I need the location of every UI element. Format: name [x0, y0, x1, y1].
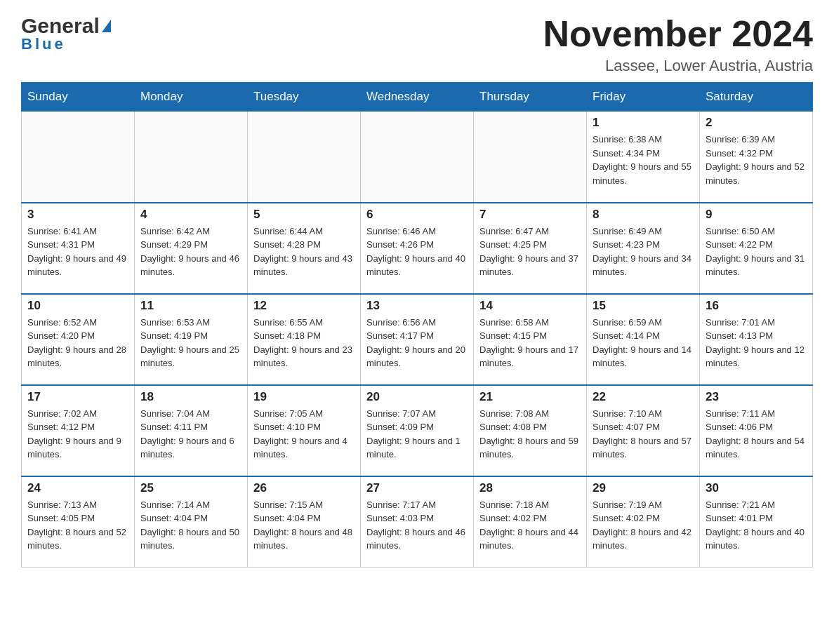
day-info: Sunrise: 6:59 AMSunset: 4:14 PMDaylight:…: [593, 316, 694, 370]
day-info: Sunrise: 6:56 AMSunset: 4:17 PMDaylight:…: [366, 316, 468, 370]
calendar-day-cell: 1Sunrise: 6:38 AMSunset: 4:34 PMDaylight…: [587, 112, 700, 203]
calendar-day-cell: 14Sunrise: 6:58 AMSunset: 4:15 PMDayligh…: [474, 294, 587, 385]
day-number: 7: [479, 208, 581, 222]
logo-blue-text: Blue: [21, 35, 66, 53]
day-number: 2: [706, 116, 807, 130]
day-info: Sunrise: 6:55 AMSunset: 4:18 PMDaylight:…: [253, 316, 355, 370]
day-number: 28: [479, 481, 581, 495]
weekday-header: Wednesday: [361, 83, 474, 112]
day-number: 20: [366, 390, 468, 404]
calendar-day-cell: 22Sunrise: 7:10 AMSunset: 4:07 PMDayligh…: [587, 385, 700, 476]
calendar-day-cell: 6Sunrise: 6:46 AMSunset: 4:26 PMDaylight…: [361, 203, 474, 294]
calendar-day-cell: 17Sunrise: 7:02 AMSunset: 4:12 PMDayligh…: [22, 385, 135, 476]
day-info: Sunrise: 7:02 AMSunset: 4:12 PMDaylight:…: [27, 407, 128, 462]
calendar-day-cell: [474, 112, 587, 203]
calendar-day-cell: 4Sunrise: 6:42 AMSunset: 4:29 PMDaylight…: [135, 203, 248, 294]
day-info: Sunrise: 7:13 AMSunset: 4:05 PMDaylight:…: [27, 498, 128, 553]
calendar-table: SundayMondayTuesdayWednesdayThursdayFrid…: [21, 82, 813, 568]
calendar-day-cell: 21Sunrise: 7:08 AMSunset: 4:08 PMDayligh…: [474, 385, 587, 476]
weekday-header: Saturday: [700, 83, 813, 112]
day-number: 24: [27, 481, 128, 495]
logo-general-text: General: [21, 14, 100, 38]
day-number: 23: [706, 390, 807, 404]
location-text: Lassee, Lower Austria, Austria: [543, 57, 813, 75]
calendar-week-row: 24Sunrise: 7:13 AMSunset: 4:05 PMDayligh…: [22, 476, 813, 568]
day-number: 25: [140, 481, 241, 495]
day-number: 1: [593, 116, 694, 130]
calendar-day-cell: [22, 112, 135, 203]
calendar-day-cell: 30Sunrise: 7:21 AMSunset: 4:01 PMDayligh…: [700, 476, 813, 568]
day-number: 16: [706, 299, 807, 313]
calendar-day-cell: 28Sunrise: 7:18 AMSunset: 4:02 PMDayligh…: [474, 476, 587, 568]
calendar-day-cell: 11Sunrise: 6:53 AMSunset: 4:19 PMDayligh…: [135, 294, 248, 385]
calendar-day-cell: 20Sunrise: 7:07 AMSunset: 4:09 PMDayligh…: [361, 385, 474, 476]
day-info: Sunrise: 7:01 AMSunset: 4:13 PMDaylight:…: [706, 316, 807, 370]
calendar-day-cell: 18Sunrise: 7:04 AMSunset: 4:11 PMDayligh…: [135, 385, 248, 476]
calendar-day-cell: 3Sunrise: 6:41 AMSunset: 4:31 PMDaylight…: [22, 203, 135, 294]
weekday-header: Monday: [135, 83, 248, 112]
logo-arrow-icon: [102, 20, 111, 32]
day-info: Sunrise: 7:10 AMSunset: 4:07 PMDaylight:…: [593, 407, 694, 462]
day-number: 9: [706, 208, 807, 222]
day-info: Sunrise: 7:07 AMSunset: 4:09 PMDaylight:…: [366, 407, 468, 462]
day-number: 19: [253, 390, 355, 404]
calendar-day-cell: 5Sunrise: 6:44 AMSunset: 4:28 PMDaylight…: [248, 203, 361, 294]
calendar-day-cell: 10Sunrise: 6:52 AMSunset: 4:20 PMDayligh…: [22, 294, 135, 385]
day-info: Sunrise: 7:19 AMSunset: 4:02 PMDaylight:…: [593, 498, 694, 553]
day-info: Sunrise: 7:11 AMSunset: 4:06 PMDaylight:…: [706, 407, 807, 462]
day-info: Sunrise: 6:58 AMSunset: 4:15 PMDaylight:…: [479, 316, 581, 370]
calendar-day-cell: 26Sunrise: 7:15 AMSunset: 4:04 PMDayligh…: [248, 476, 361, 568]
day-number: 26: [253, 481, 355, 495]
day-info: Sunrise: 7:18 AMSunset: 4:02 PMDaylight:…: [479, 498, 581, 553]
day-info: Sunrise: 6:38 AMSunset: 4:34 PMDaylight:…: [593, 133, 694, 187]
calendar-day-cell: 19Sunrise: 7:05 AMSunset: 4:10 PMDayligh…: [248, 385, 361, 476]
day-number: 5: [253, 208, 355, 222]
calendar-day-cell: 25Sunrise: 7:14 AMSunset: 4:04 PMDayligh…: [135, 476, 248, 568]
title-section: November 2024 Lassee, Lower Austria, Aus…: [543, 14, 813, 75]
calendar-day-cell: 23Sunrise: 7:11 AMSunset: 4:06 PMDayligh…: [700, 385, 813, 476]
day-info: Sunrise: 7:14 AMSunset: 4:04 PMDaylight:…: [140, 498, 241, 553]
day-info: Sunrise: 6:49 AMSunset: 4:23 PMDaylight:…: [593, 224, 694, 279]
day-info: Sunrise: 7:08 AMSunset: 4:08 PMDaylight:…: [479, 407, 581, 462]
weekday-header: Tuesday: [248, 83, 361, 112]
day-info: Sunrise: 7:15 AMSunset: 4:04 PMDaylight:…: [253, 498, 355, 553]
day-number: 30: [706, 481, 807, 495]
calendar-day-cell: 15Sunrise: 6:59 AMSunset: 4:14 PMDayligh…: [587, 294, 700, 385]
day-number: 13: [366, 299, 468, 313]
calendar-day-cell: 8Sunrise: 6:49 AMSunset: 4:23 PMDaylight…: [587, 203, 700, 294]
day-info: Sunrise: 6:50 AMSunset: 4:22 PMDaylight:…: [706, 224, 807, 279]
calendar-day-cell: [135, 112, 248, 203]
day-number: 22: [593, 390, 694, 404]
day-info: Sunrise: 7:04 AMSunset: 4:11 PMDaylight:…: [140, 407, 241, 462]
calendar-day-cell: 29Sunrise: 7:19 AMSunset: 4:02 PMDayligh…: [587, 476, 700, 568]
month-year-title: November 2024: [543, 14, 813, 54]
day-info: Sunrise: 6:47 AMSunset: 4:25 PMDaylight:…: [479, 224, 581, 279]
calendar-day-cell: [248, 112, 361, 203]
day-number: 15: [593, 299, 694, 313]
calendar-week-row: 17Sunrise: 7:02 AMSunset: 4:12 PMDayligh…: [22, 385, 813, 476]
calendar-day-cell: 24Sunrise: 7:13 AMSunset: 4:05 PMDayligh…: [22, 476, 135, 568]
calendar-day-cell: 2Sunrise: 6:39 AMSunset: 4:32 PMDaylight…: [700, 112, 813, 203]
logo: General Blue: [21, 14, 111, 53]
calendar-week-row: 1Sunrise: 6:38 AMSunset: 4:34 PMDaylight…: [22, 112, 813, 203]
page-header: General Blue November 2024 Lassee, Lower…: [21, 14, 813, 75]
day-number: 12: [253, 299, 355, 313]
day-info: Sunrise: 6:52 AMSunset: 4:20 PMDaylight:…: [27, 316, 128, 370]
day-number: 17: [27, 390, 128, 404]
calendar-week-row: 3Sunrise: 6:41 AMSunset: 4:31 PMDaylight…: [22, 203, 813, 294]
day-number: 8: [593, 208, 694, 222]
day-number: 6: [366, 208, 468, 222]
day-info: Sunrise: 6:41 AMSunset: 4:31 PMDaylight:…: [27, 224, 128, 279]
day-number: 27: [366, 481, 468, 495]
weekday-header: Sunday: [22, 83, 135, 112]
day-number: 14: [479, 299, 581, 313]
day-info: Sunrise: 6:42 AMSunset: 4:29 PMDaylight:…: [140, 224, 241, 279]
day-number: 4: [140, 208, 241, 222]
calendar-day-cell: 16Sunrise: 7:01 AMSunset: 4:13 PMDayligh…: [700, 294, 813, 385]
weekday-header-row: SundayMondayTuesdayWednesdayThursdayFrid…: [22, 83, 813, 112]
day-info: Sunrise: 6:39 AMSunset: 4:32 PMDaylight:…: [706, 133, 807, 187]
calendar-day-cell: 27Sunrise: 7:17 AMSunset: 4:03 PMDayligh…: [361, 476, 474, 568]
calendar-day-cell: 9Sunrise: 6:50 AMSunset: 4:22 PMDaylight…: [700, 203, 813, 294]
weekday-header: Friday: [587, 83, 700, 112]
day-number: 3: [27, 208, 128, 222]
